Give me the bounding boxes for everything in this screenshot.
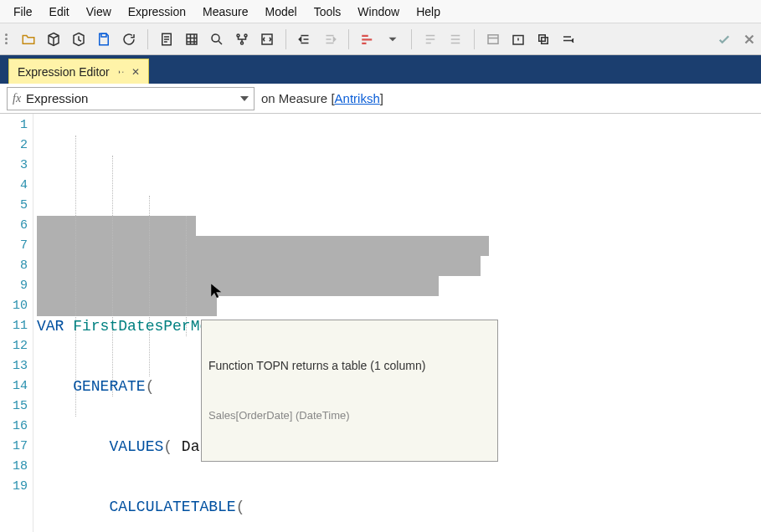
grid-icon[interactable] — [180, 28, 203, 51]
svg-point-5 — [244, 34, 247, 37]
pin-icon[interactable] — [116, 66, 125, 78]
toolbar-separator — [474, 29, 475, 49]
indent-right-icon[interactable] — [318, 28, 342, 51]
code-editor[interactable]: 12345 678910 1112131415 16171819 VAR Fir… — [0, 114, 761, 532]
tab-title: Expression Editor — [18, 65, 110, 79]
indent-left-icon[interactable] — [293, 28, 316, 51]
menu-tools[interactable]: Tools — [306, 3, 350, 21]
context-label: on Measure [Antriksh] — [261, 91, 383, 105]
code-area[interactable]: VAR FirstDatesPerMonth = GENERATE( VALUE… — [33, 114, 761, 532]
menu-model[interactable]: Model — [257, 3, 306, 21]
refresh-icon[interactable] — [117, 28, 141, 51]
warning-icon[interactable] — [506, 28, 530, 51]
check-icon[interactable] — [712, 28, 736, 51]
menu-window[interactable]: Window — [349, 3, 408, 21]
menu-view[interactable]: View — [78, 3, 120, 21]
property-selector-value: Expression — [26, 91, 240, 105]
menu-measure[interactable]: Measure — [194, 3, 256, 21]
toolbar-grip — [5, 28, 12, 50]
tooltip-detail: Sales[OrderDate] (DateTime) — [208, 407, 491, 424]
script-icon[interactable] — [255, 28, 279, 51]
open-folder-icon[interactable] — [17, 28, 40, 51]
svg-rect-2 — [187, 34, 197, 44]
page-icon[interactable] — [155, 28, 178, 51]
mouse-cursor-icon — [209, 281, 224, 299]
tab-strip: Expression Editor ✕ — [0, 55, 761, 84]
tab-close-icon[interactable]: ✕ — [131, 66, 140, 78]
svg-point-4 — [237, 34, 239, 37]
menu-help[interactable]: Help — [408, 3, 449, 21]
svg-rect-8 — [362, 34, 368, 36]
toolbar-separator — [285, 29, 286, 49]
svg-point-6 — [241, 42, 244, 44]
toolbar-separator — [147, 29, 148, 49]
settings-dropdown-icon[interactable] — [557, 28, 580, 51]
fx-icon: fx — [13, 92, 21, 105]
graph-icon[interactable] — [230, 28, 254, 51]
svg-rect-0 — [101, 33, 106, 37]
svg-rect-11 — [488, 34, 498, 43]
cube-arrow-icon[interactable] — [67, 28, 90, 51]
measure-link[interactable]: Antriksh — [335, 91, 380, 105]
menu-edit[interactable]: Edit — [41, 3, 78, 21]
menu-bar: File Edit View Expression Measure Model … — [0, 0, 761, 23]
toolbar-separator — [348, 29, 349, 49]
svg-point-3 — [212, 34, 219, 42]
svg-rect-10 — [362, 42, 366, 43]
comment-icon[interactable] — [419, 28, 442, 51]
cube-icon[interactable] — [42, 28, 65, 51]
layers-icon[interactable] — [532, 28, 555, 51]
search-icon[interactable] — [205, 28, 229, 51]
context-bar: fx Expression on Measure [Antriksh] — [0, 84, 761, 114]
toolbar-separator — [411, 29, 412, 49]
property-selector[interactable]: fx Expression — [7, 87, 255, 110]
uncomment-icon[interactable] — [444, 28, 467, 51]
toolbar — [0, 23, 761, 55]
svg-rect-9 — [362, 38, 372, 40]
menu-file[interactable]: File — [5, 3, 41, 21]
save-icon[interactable] — [92, 28, 116, 51]
tab-expression-editor[interactable]: Expression Editor ✕ — [8, 59, 149, 84]
tooltip-title: Function TOPN returns a table (1 column) — [208, 357, 491, 374]
line-gutter: 12345 678910 1112131415 16171819 — [0, 114, 33, 532]
menu-expression[interactable]: Expression — [120, 3, 194, 21]
close-icon[interactable] — [738, 28, 761, 51]
intellisense-tooltip: Function TOPN returns a table (1 column)… — [201, 320, 498, 462]
chevron-down-icon[interactable] — [381, 28, 404, 51]
panel-icon[interactable] — [481, 28, 505, 51]
chevron-down-icon[interactable] — [240, 96, 249, 101]
format-icon[interactable] — [356, 28, 379, 51]
